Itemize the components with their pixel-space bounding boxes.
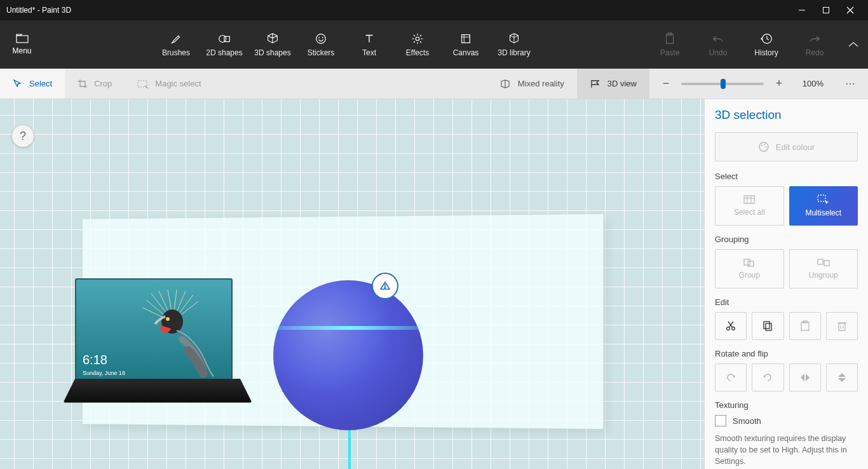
main-toolbar: Menu Brushes 2D shapes 3D shapes Sticker…: [0, 20, 868, 69]
svg-line-27: [174, 290, 177, 311]
rotate-right-icon: [762, 372, 773, 383]
paste-tile-button[interactable]: [789, 312, 821, 340]
delete-button[interactable]: [826, 312, 858, 340]
copy-button[interactable]: [752, 312, 783, 340]
smooth-checkbox[interactable]: [715, 415, 726, 426]
crowned-crane-image: [126, 289, 221, 377]
undo-button[interactable]: Undo: [694, 20, 742, 69]
svg-line-28: [177, 291, 186, 312]
zoom-slider[interactable]: [681, 83, 764, 85]
redo-icon: [808, 32, 822, 46]
crop-tool[interactable]: Crop: [65, 69, 125, 99]
select-tool[interactable]: Select: [0, 69, 65, 99]
select-all-button[interactable]: Select all: [715, 186, 784, 226]
multiselect-icon: [817, 194, 830, 205]
flip-v-icon: [836, 372, 848, 383]
texturing-note: Smooth texturing requires the display qu…: [715, 433, 858, 467]
svg-point-51: [732, 327, 735, 330]
flag-icon: [590, 79, 601, 89]
2d-shapes-tab[interactable]: 2D shapes: [200, 20, 248, 69]
maximize-button[interactable]: [822, 6, 835, 14]
svg-rect-47: [748, 261, 754, 266]
history-button[interactable]: History: [742, 20, 790, 69]
paste-icon: [663, 32, 677, 46]
svg-rect-55: [766, 323, 771, 330]
3d-shapes-tab[interactable]: 3D shapes: [248, 20, 297, 69]
zoom-in-button[interactable]: +: [773, 77, 785, 90]
minimize-button[interactable]: [798, 6, 811, 14]
sphere-object[interactable]: [273, 280, 426, 433]
library-icon: [507, 32, 521, 46]
svg-point-50: [727, 327, 730, 330]
brushes-tab[interactable]: Brushes: [152, 20, 200, 69]
rotate-left-button[interactable]: [715, 364, 747, 391]
rotate-left-icon: [725, 372, 736, 383]
magic-select-icon: [137, 79, 149, 89]
crop-icon: [78, 79, 88, 89]
select-section-label: Select: [715, 172, 858, 181]
redo-button[interactable]: Redo: [790, 20, 839, 69]
lockscreen-time: 6:18: [83, 353, 107, 367]
svg-point-10: [416, 37, 419, 41]
close-button[interactable]: [846, 6, 859, 14]
svg-point-39: [764, 144, 765, 146]
multiselect-button[interactable]: Multiselect: [789, 186, 858, 226]
sticker-icon: [314, 32, 328, 46]
cut-icon: [725, 320, 736, 332]
canvas-viewport[interactable]: ? 6:18 Sunday, June 18: [0, 99, 704, 469]
cut-button[interactable]: [715, 312, 747, 340]
svg-line-25: [159, 291, 169, 313]
palette-icon: [758, 141, 770, 153]
flip-horizontal-button[interactable]: [789, 364, 821, 391]
rotate-right-button[interactable]: [752, 364, 783, 391]
help-button[interactable]: ?: [11, 125, 34, 147]
more-options-button[interactable]: ⋯: [834, 69, 868, 99]
zoom-out-button[interactable]: −: [660, 77, 672, 90]
svg-line-17: [414, 41, 415, 43]
edit-colour-button[interactable]: Edit colour: [715, 132, 858, 161]
menu-button[interactable]: Menu: [0, 20, 44, 69]
z-depth-handle[interactable]: [372, 273, 398, 299]
group-button[interactable]: Group: [715, 249, 784, 289]
cursor-icon: [13, 79, 23, 89]
text-tab[interactable]: Text: [345, 20, 393, 69]
3d-view-button[interactable]: 3D view: [577, 69, 649, 99]
intersection-highlight: [273, 326, 423, 330]
svg-line-15: [414, 35, 415, 36]
svg-point-8: [318, 37, 320, 38]
paste-tile-icon: [800, 320, 810, 332]
svg-point-38: [761, 145, 763, 146]
svg-rect-56: [801, 322, 809, 330]
laptop-keyboard: [63, 379, 252, 403]
copy-icon: [762, 320, 773, 332]
paste-button[interactable]: Paste: [646, 20, 694, 69]
3d-library-tab[interactable]: 3D library: [490, 20, 538, 69]
effects-icon: [410, 32, 424, 46]
ungroup-button[interactable]: Ungroup: [789, 249, 858, 289]
flip-vertical-button[interactable]: [826, 364, 858, 391]
surface-laptop-object[interactable]: 6:18 Sunday, June 18: [75, 278, 240, 421]
window-controls: [798, 6, 859, 14]
smooth-checkbox-row[interactable]: Smooth: [715, 415, 858, 426]
shapes-2d-icon: [217, 32, 231, 46]
expand-panel-button[interactable]: [839, 20, 868, 69]
svg-rect-4: [17, 36, 28, 43]
effects-tab[interactable]: Effects: [393, 20, 442, 69]
laptop-screen: 6:18 Sunday, June 18: [75, 278, 233, 380]
folder-icon: [16, 34, 29, 44]
magic-select-tool[interactable]: Magic select: [125, 69, 214, 99]
svg-line-16: [420, 41, 421, 43]
svg-rect-1: [824, 8, 829, 13]
mixed-reality-button[interactable]: Mixed reality: [487, 69, 577, 99]
zoom-control: − + 100%: [649, 69, 834, 99]
stickers-tab[interactable]: Stickers: [297, 20, 345, 69]
svg-rect-45: [818, 195, 825, 201]
panel-title: 3D selection: [715, 108, 858, 122]
canvas-tab[interactable]: Canvas: [442, 20, 490, 69]
edit-section-label: Edit: [715, 297, 858, 307]
svg-point-7: [316, 34, 326, 44]
svg-rect-54: [764, 322, 770, 329]
svg-point-36: [384, 287, 386, 289]
svg-line-18: [420, 35, 421, 36]
svg-rect-58: [839, 323, 845, 330]
